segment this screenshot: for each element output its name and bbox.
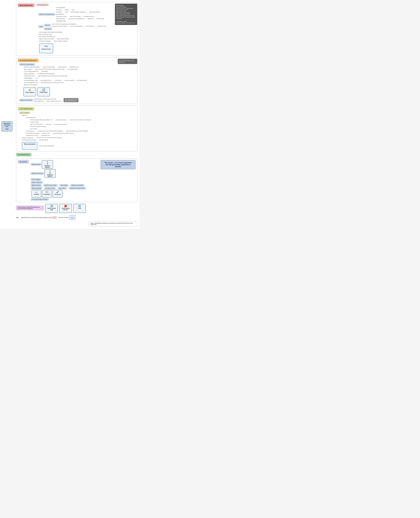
sewing-machine-fine: can use sewing machine fine — [23, 71, 39, 72]
phonation-icon: 🎤 — [56, 191, 59, 193]
fine-tasks-difficult: makes fine motor tasks difficult — [51, 25, 68, 27]
active-children: feel like physically falling, losing abi… — [30, 119, 135, 130]
fm-glad: glad this is in my left hand — [23, 84, 135, 86]
run-children: still physically active feel like physic… — [25, 117, 135, 136]
trouble-typing: some trouble typing on ipad — [23, 80, 38, 81]
everyone-falls-row: everyone who runs falls — can't afford t… — [25, 135, 135, 136]
articulation-label: Articulation — [44, 194, 51, 195]
got-slower: got slower and slower — [55, 119, 67, 121]
shaking-too-much: shaking too much — [97, 25, 107, 27]
visual-spatial-memory-label: Visual spatial memory — [61, 208, 70, 210]
finger-tapping-screenshot: ☝️ Finger tapping — [23, 87, 36, 96]
jaw-rabbit: like "rabbit face" — [56, 14, 105, 15]
jaw-row3: looks awful — weird — when distracted - … — [56, 11, 105, 13]
articulation-screenshot: 💬 Articulation — [42, 190, 52, 198]
starts-neck: starts in neck at night — [69, 16, 81, 17]
not-uncomfortable: not uncomfortable — [56, 7, 66, 8]
notes-text: Notes. BrainBaseline application screens… — [90, 223, 133, 225]
finger-tapping-label: Finger tapping — [25, 92, 34, 93]
fm-needle: makes fine needle work difficult — used … — [23, 66, 135, 68]
resting-tremor-area: 〰️ Resting Tremor — [39, 44, 135, 53]
no-issues-left: No issues — [18, 160, 29, 165]
focus-something-else: have to focus on something else — [68, 18, 85, 20]
stress-branch: when focusing or concentrating on doing … — [38, 31, 135, 42]
tired-row: tired or fatigued — [31, 178, 98, 180]
visual-spatial-memory-icon: 🟥 — [64, 205, 67, 207]
fm-right-hand-more: have to use right hand more — right hand… — [23, 82, 135, 83]
fine-motor-node: fine motor (compensated) — [19, 63, 35, 66]
right-hand-more: have to use right hand more — [23, 82, 38, 83]
stress-row1: when focusing or concentrating on doing … — [38, 31, 135, 33]
still-enjoy-walking: still enjoy walking — [39, 139, 49, 141]
bottom-area: Notes. BrainBaseline application screens… — [2, 220, 137, 227]
feel-failing-row: feel like physically falling, losing abi… — [30, 119, 135, 121]
slow-movements-app-label: Slow movements — [24, 143, 35, 145]
irritating: irritating — [64, 9, 69, 11]
somewhat-bothersome-label: Somewhat bothersome — [18, 59, 38, 62]
verbal-symbol-icon: 🔤 — [50, 205, 53, 207]
always-strung: always high strung — tremor makes you aw… — [34, 100, 62, 102]
can-run-label: can run for a few minutes — [30, 124, 43, 125]
cant-move-arms: can't move arms normally — [53, 124, 67, 125]
most-bothersome-section: Most bothersome Twitching (tremors) jaw/… — [16, 2, 137, 55]
running-increases-risk: running increases risk for falling in ge… — [52, 132, 74, 134]
fine-label: fine — [35, 77, 38, 79]
phonation-screenshot: 🎤 Phonation — [53, 190, 62, 198]
monotone-speech-node: monotone speech — [44, 187, 56, 189]
tools-fine: tools/utensils are fine — [23, 75, 35, 77]
key-item-patient-voice: Signs/Symptoms reported by the patient (… — [21, 217, 56, 218]
when-distracted: when distracted - forget about — [70, 11, 86, 13]
hands-node: hands — [38, 25, 44, 28]
worried-falling: more worried about falling — [25, 132, 39, 134]
stress-row5: anxiety hasn't changed — tremor is a fla… — [38, 40, 135, 42]
just-pushing: just pushing — [41, 71, 48, 72]
visual-spatial-memory-screenshot: 🟥 Visual spatial memory — [59, 204, 72, 213]
most-bothersome-label: Most bothersome — [18, 4, 34, 7]
difficulty-speaking-node: difficulty speaking — [31, 187, 42, 189]
no-issues-section: No issues difficulty walking 🚶 Walking &… — [16, 158, 137, 202]
visual-spatial-node: visual spatial depth perception — [31, 198, 49, 201]
difficulty-balance-node: difficulty with balance — [31, 172, 44, 175]
none-tasks-captured: none of the tasks captured this — [38, 145, 55, 147]
fm-buttoning: buttoning/zipping — fine — [23, 77, 135, 79]
no-issues-callout: *No issues - no current symptoms but sti… — [101, 160, 135, 169]
daytime-sleepiness-row: daytime sleepiness — [31, 181, 98, 183]
reading-screenshot: 📖 Reading — [31, 190, 41, 198]
twitching-node: Twitching (tremors) — [36, 4, 48, 6]
fm-typing: some trouble typing on ipad — takes long… — [23, 80, 135, 81]
feel-physically-falling: feel like physically falling, losing abi… — [30, 119, 53, 121]
jaw-face-children: not uncomfortable not normal — irritatin… — [56, 7, 105, 22]
stress-row3: never realized how anxious I was — [38, 36, 135, 37]
difficulty-walking-node: difficulty walking — [31, 163, 41, 165]
cant-thread: can't thread needle — [67, 68, 78, 70]
when-focusing: when focusing or concentrating on doing … — [38, 31, 63, 33]
used-small-sewing: used to do small sewing — [70, 25, 83, 27]
buttoning-zipping: buttoning/zipping — [23, 77, 33, 79]
less-bothersome-section: Less bothersome slow movements used to r… — [16, 105, 137, 151]
rotate-shape-icon: 🔄 — [42, 88, 45, 91]
may-have-other: may have other slow movements that I'm n… — [36, 137, 62, 138]
tired-node: tired or fatigued — [31, 178, 41, 180]
trails-screenshot: 🔢 Trails — [73, 204, 86, 213]
jaw-row5: hard to fall asleep — have to focus on s… — [56, 18, 105, 20]
somewhat-screenshots: ☝️ Finger tapping 🔄 Rotate shape — [23, 87, 135, 96]
everyone-who-runs-falls: everyone who runs falls — [25, 135, 38, 136]
mood-callout: don't really focus on moodfigured just n… — [64, 98, 78, 102]
slow-thinking-node: slow thinking — [60, 184, 68, 187]
then-stop: then stop — [45, 124, 51, 125]
shaking-too-much2: shaking too much — [69, 66, 79, 68]
jaw-row4: new in past 4 months — starts in neck at… — [56, 16, 105, 17]
slow-movements-children: used to run still physically active feel… — [21, 114, 135, 141]
left-hand-children: starts in left hand during the day, then… — [51, 23, 107, 27]
hit-extra-keys: hit extra keys — [54, 80, 62, 81]
looks-awful: looks awful — [56, 11, 62, 13]
fine-needle-label: makes fine needle work difficult — [23, 66, 40, 68]
left-hand-sewing: makes fine motor tasks difficult — used … — [51, 25, 107, 27]
resting-tremor-screenshot: 〰️ Resting Tremor — [39, 44, 53, 53]
slow-movements-main: slow movements — [19, 112, 135, 114]
trails-icon: 🔢 — [78, 205, 81, 207]
fm-quilting: gave up quilting — takes too much effort… — [23, 68, 135, 70]
difficulty-remembering-node: difficulty remembering — [71, 184, 84, 187]
somewhat-sidebar-text: because compensated it is less bothersom… — [119, 60, 136, 63]
dont-use-computer: don't use computer — [64, 80, 75, 81]
